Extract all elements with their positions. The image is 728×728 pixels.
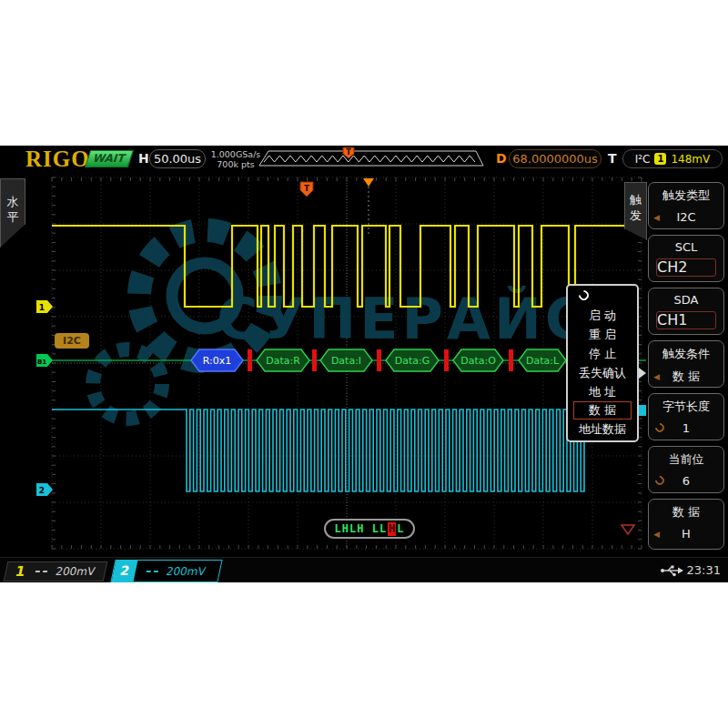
channel2-scale: 200mV xyxy=(166,565,207,578)
dc-coupling-icon xyxy=(147,571,158,572)
memory-depth: 700k pts xyxy=(209,159,262,169)
menu-item-scl-source[interactable]: SCL CH2 xyxy=(648,235,724,282)
popup-pointer-icon xyxy=(639,368,646,379)
horizontal-label: H xyxy=(138,151,149,166)
channel1-block[interactable]: 1 200mV xyxy=(4,561,108,581)
svg-text:2: 2 xyxy=(39,486,45,495)
channel2-block[interactable]: 2 200mV xyxy=(110,560,222,582)
sda-channel-box: CH1 xyxy=(656,311,716,329)
trigger-info-box: I²C 1 148mV xyxy=(622,149,723,168)
timebase-value: 50.00us xyxy=(149,149,206,168)
oscilloscope-screen: СУПЕРАЙСT1B12R:0x1Data:RData:IData:GData… xyxy=(0,146,728,582)
trigger-level-value: 148mV xyxy=(671,153,710,166)
pattern-cursor: H xyxy=(388,522,396,536)
trigger-source-badge: 1 xyxy=(654,153,666,165)
svg-text:Data:O: Data:O xyxy=(460,355,496,367)
popup-item-start[interactable]: 启 动 xyxy=(568,306,637,325)
svg-text:T: T xyxy=(304,184,310,193)
menu-item-data-value[interactable]: 数 据 ◀H xyxy=(648,499,724,550)
clock: 23:31 xyxy=(687,563,721,577)
delay-label: D xyxy=(496,151,507,166)
svg-text:1: 1 xyxy=(39,303,45,312)
popup-item-missing-ack[interactable]: 丢失确认 xyxy=(568,363,637,382)
trigger-delay-value: 68.0000000us xyxy=(509,149,602,168)
trigger-label: T xyxy=(608,151,617,166)
svg-text:B1: B1 xyxy=(37,359,46,366)
rotate-icon xyxy=(577,288,592,303)
top-status-bar: RIGOL WAIT H 50.00us 1.000GSa/s 700k pts… xyxy=(0,146,728,173)
sample-rate-block: 1.000GSa/s 700k pts xyxy=(209,149,262,169)
menu-item-trigger-condition[interactable]: 触发条件 ◀数 据 xyxy=(648,340,724,388)
memory-overview-strip[interactable]: T xyxy=(258,147,487,167)
svg-text:Data:L: Data:L xyxy=(526,355,560,367)
pattern-indicator: LHLH LL H L xyxy=(324,519,415,539)
trigger-type: I²C xyxy=(635,153,651,166)
scl-channel-box: CH2 xyxy=(656,258,716,277)
menu-item-trigger-type[interactable]: 触发类型 ◀I2C xyxy=(648,182,724,229)
menu-item-byte-length[interactable]: 字节长度 1 xyxy=(648,393,724,440)
svg-text:СУПЕРАЙС: СУПЕРАЙС xyxy=(217,286,590,352)
svg-text:Data:R: Data:R xyxy=(266,355,300,367)
svg-text:T: T xyxy=(346,148,351,157)
sample-rate: 1.000GSa/s xyxy=(209,149,262,159)
menu-item-current-bit[interactable]: 当前位 6 xyxy=(648,446,724,493)
svg-text:Data:G: Data:G xyxy=(395,355,430,367)
bottom-status-bar: 1 200mV 2 200mV 23:31 xyxy=(0,557,728,582)
popup-item-address-data[interactable]: 地址数据 xyxy=(568,420,637,439)
left-arrow-icon: ◀ xyxy=(653,372,660,381)
i2c-bus-label: I2C xyxy=(55,333,89,349)
menu-item-sda-source[interactable]: SDA CH1 xyxy=(648,288,724,335)
trigger-condition-popup: 启 动 重 启 停 止 丢失确认 地 址 数 据 地址数据 xyxy=(566,284,639,442)
popup-item-restart[interactable]: 重 启 xyxy=(568,325,637,344)
dc-coupling-icon xyxy=(35,571,47,572)
usb-icon xyxy=(660,564,683,577)
popup-item-stop[interactable]: 停 止 xyxy=(568,344,637,363)
left-arrow-icon: ◀ xyxy=(653,213,660,222)
svg-text:Data:I: Data:I xyxy=(331,355,361,367)
channel1-scale: 200mV xyxy=(55,565,96,578)
left-arrow-icon: ◀ xyxy=(653,530,660,539)
svg-text:R:0x1: R:0x1 xyxy=(203,355,232,367)
popup-item-address[interactable]: 地 址 xyxy=(568,382,637,401)
acquisition-status-badge: WAIT xyxy=(85,150,134,167)
popup-item-data[interactable]: 数 据 xyxy=(573,401,632,420)
